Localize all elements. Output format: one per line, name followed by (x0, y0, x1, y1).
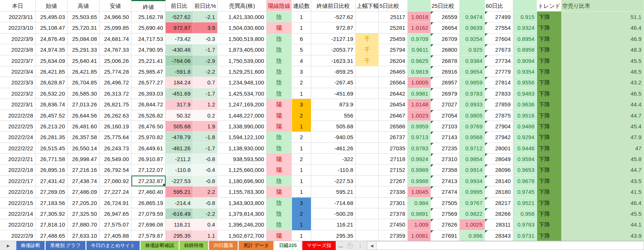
cell-d60r[interactable]: 0.9324 (513, 22, 537, 33)
cell-d25r[interactable]: 0.9805 (460, 110, 485, 121)
cell-date[interactable]: 2022/2/14 (0, 208, 36, 219)
cell-streak[interactable]: 1 (292, 219, 311, 230)
cell-short[interactable]: 48.5 (562, 66, 644, 77)
cell-open[interactable]: 26,836.74 (36, 99, 68, 110)
cell-streak[interactable]: 1 (292, 121, 311, 132)
cell-short[interactable]: 46.9 (562, 33, 644, 44)
cell-open[interactable]: 27,305.92 (36, 208, 68, 219)
cell-change[interactable]: 317.9 (166, 99, 193, 110)
cell-d60r[interactable]: 0.9731 (513, 230, 537, 241)
header-cell-change_pct[interactable]: 前日比% (193, 0, 218, 12)
cell-range[interactable]: 千 (356, 33, 379, 44)
cell-open[interactable]: 26,213.20 (36, 121, 68, 132)
cell-change[interactable]: -451.69 (166, 88, 193, 99)
cell-change[interactable]: -214.4 (166, 198, 193, 208)
cell-low[interactable]: 27,575.07 (100, 219, 131, 230)
cell-d5r[interactable]: 0.9989 (408, 164, 431, 175)
cell-volume[interactable]: 938,593,500 (218, 154, 267, 164)
cell-open[interactable]: 27,183.56 (36, 198, 68, 208)
cell-d25r[interactable]: 0.996 (460, 230, 485, 241)
cell-short[interactable]: 44.4 (562, 99, 644, 110)
cell-streak[interactable]: 3 (292, 99, 311, 110)
cell-d25[interactable]: 26916 (431, 66, 460, 77)
cell-change[interactable]: -73.42 (166, 33, 193, 44)
cell-high[interactable]: 26,357.58 (68, 132, 100, 142)
cell-close[interactable]: 27,079.59 (131, 208, 166, 219)
cell-d25[interactable]: 27103 (431, 121, 460, 132)
cell-streak[interactable]: 2 (292, 77, 311, 88)
header-cell-candle[interactable]: 陽線陰線 (267, 0, 292, 12)
cell-d5r[interactable]: 0.9981 (408, 88, 431, 99)
cell-volume[interactable]: 1,425,534,700 (218, 88, 267, 99)
cell-change_pct[interactable]: -1.7 (193, 44, 218, 55)
cell-streak[interactable]: 2 (292, 154, 311, 164)
cell-short[interactable]: 46.4 (562, 22, 644, 33)
cell-high[interactable]: 26,998.47 (68, 154, 100, 164)
cell-close[interactable]: 25,162.78 (131, 12, 166, 22)
cell-streak[interactable]: 3 (292, 198, 311, 208)
cell-trend[interactable]: 下降 (537, 208, 562, 219)
cell-d25[interactable]: 27027 (431, 99, 460, 110)
cell-trend[interactable]: 下降 (537, 132, 562, 142)
cell-d5[interactable]: 26564 (379, 77, 408, 88)
cell-change[interactable]: 295.35 (166, 230, 193, 241)
cell-date[interactable]: 2022/2/9 (0, 230, 36, 241)
cell-d60[interactable]: 27554 (485, 22, 513, 33)
cell-candle[interactable]: 陽 (267, 186, 292, 197)
cell-d25r[interactable]: 0.9914 (460, 164, 485, 175)
cell-date[interactable]: 2022/3/2 (0, 88, 36, 99)
cell-change[interactable]: 505.68 (166, 121, 193, 132)
cell-d25r[interactable]: 0.9769 (460, 121, 485, 132)
add-sheet-icon[interactable]: + (347, 243, 353, 249)
cell-change_pct[interactable]: 2.2 (193, 186, 218, 197)
cell-close[interactable]: 26,577.27 (131, 77, 166, 88)
cell-candle[interactable]: 陰 (267, 44, 292, 55)
cell-streak[interactable]: 1 (292, 230, 311, 241)
cell-high[interactable]: 26,481.60 (68, 121, 100, 132)
more-sheets-icon[interactable]: ⋮ (355, 241, 365, 250)
cell-d60[interactable]: 27904 (485, 121, 513, 132)
cell-d60r[interactable]: 0.9516 (513, 110, 537, 121)
cell-d60r[interactable]: 0.9521 (513, 198, 537, 208)
header-cell-short[interactable]: 空売り比率 (562, 0, 644, 12)
cell-range[interactable]: 千 (356, 44, 379, 55)
cell-close[interactable]: 24,790.95 (131, 44, 166, 55)
header-cell-d25r[interactable] (460, 0, 485, 12)
cell-streak[interactable]: 5 (292, 44, 311, 55)
cell-high[interactable]: 27,205.20 (68, 198, 100, 208)
cell-candle[interactable]: 陽 (267, 99, 292, 110)
cell-d60r[interactable]: 0.915 (513, 12, 537, 22)
cell-close_cmp[interactable]: -267.45 (311, 77, 356, 88)
cell-open[interactable]: 26,457.52 (36, 110, 68, 121)
cell-change_pct[interactable]: -1.8 (193, 132, 218, 142)
cell-d25[interactable]: 27235 (431, 143, 460, 154)
cell-d5[interactable]: 26454 (379, 99, 408, 110)
cell-low[interactable]: 26,947.65 (100, 208, 131, 219)
cell-short[interactable]: 46.5 (562, 88, 644, 99)
cell-d60[interactable]: 28266 (485, 208, 513, 219)
cell-low[interactable]: 26,549.00 (100, 154, 131, 164)
cell-low[interactable]: 26,792.54 (100, 164, 131, 175)
cell-d25r[interactable]: 0.9934 (460, 176, 485, 186)
cell-d25r[interactable]: 0.9859 (460, 77, 485, 88)
cell-trend[interactable]: 下降 (537, 55, 562, 66)
cell-d60[interactable]: 27499 (485, 12, 513, 22)
cell-d25[interactable]: 26654 (431, 22, 460, 33)
cell-date[interactable]: 2022/2/22 (0, 143, 36, 154)
cell-volume[interactable]: 1,343,903,800 (218, 198, 267, 208)
header-cell-close_cmp[interactable]: 終値前日比較 (311, 0, 356, 12)
cell-close_cmp[interactable]: -714.68 (311, 198, 356, 208)
cell-low[interactable]: 25,006.26 (100, 55, 131, 66)
cell-change_pct[interactable]: 1.9 (193, 121, 218, 132)
cell-d5[interactable]: 27301 (379, 198, 408, 208)
cell-volume[interactable]: 1,448,227,000 (218, 110, 267, 121)
cell-trend[interactable]: 下降 (537, 219, 562, 230)
cell-change_pct[interactable]: 0.4 (193, 219, 218, 230)
cell-change_pct[interactable]: 1.2 (193, 99, 218, 110)
cell-volume[interactable]: 1,750,539,000 (218, 55, 267, 66)
cell-change_pct[interactable]: -2.2 (193, 66, 218, 77)
cell-range[interactable] (356, 208, 379, 219)
cell-d25r[interactable]: 0.9822 (460, 208, 485, 219)
cell-trend[interactable]: 下降 (537, 176, 562, 186)
cell-close[interactable]: 25,690.40 (131, 22, 166, 33)
